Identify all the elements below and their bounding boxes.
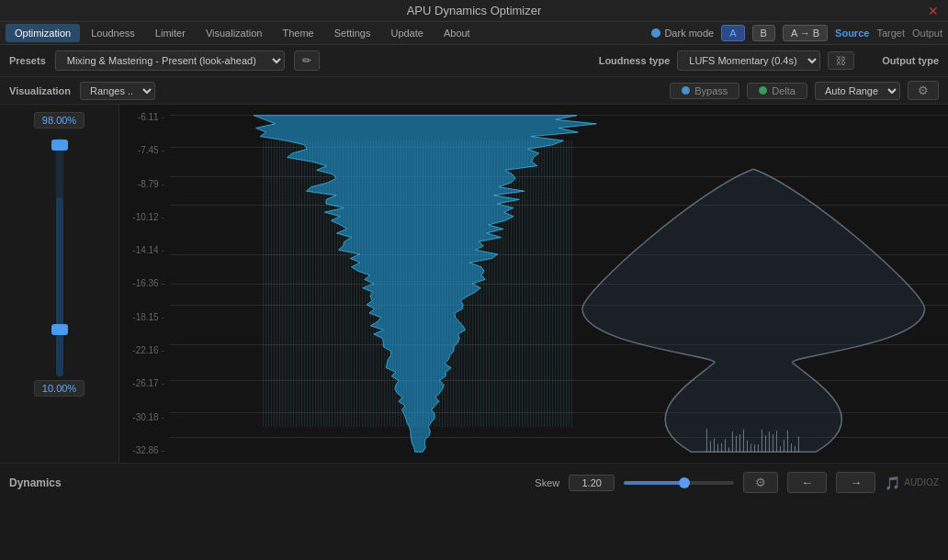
output-section: Output type	[882, 55, 939, 66]
delta-button[interactable]: Delta	[747, 83, 807, 99]
output-type-section: Bypass Delta Auto Range ⚙	[670, 81, 939, 100]
y-label-8: -26.17 -	[119, 378, 170, 388]
tab-loudness[interactable]: Loudness	[82, 24, 144, 42]
y-label-2: -8.79 -	[119, 179, 170, 189]
y-label-6: -18.15 -	[119, 312, 170, 322]
close-button[interactable]: ✕	[928, 4, 939, 18]
output-btn[interactable]: Output	[912, 28, 942, 39]
bottom-slider-thumb[interactable]	[51, 324, 68, 335]
app-title: APU Dynamics Optimizer	[407, 4, 542, 17]
y-label-3: -10.12 -	[119, 212, 170, 222]
dynamics-label: Dynamics	[9, 476, 73, 489]
btn-b[interactable]: B	[752, 25, 775, 41]
bypass-button[interactable]: Bypass	[670, 83, 739, 99]
y-label-7: -22.16 -	[119, 345, 170, 355]
y-value-7: -22.16	[132, 345, 158, 355]
y-value-6: -18.15	[132, 312, 158, 322]
right-arrow-button[interactable]: →	[836, 472, 875, 493]
main-viz: 98.00% 10.00% -6.11 - -7.45 - -8.79 - -1	[0, 105, 948, 463]
tab-optimization[interactable]: Optimization	[6, 24, 80, 42]
bottom-percentage: 10.00%	[34, 380, 85, 397]
slider-panel: 98.00% 10.00%	[0, 105, 119, 463]
viz-header: Visualization Ranges .. Bypass Delta Aut…	[0, 77, 948, 105]
source-btn[interactable]: Source	[835, 28, 869, 39]
y-value-4: -14.14	[132, 245, 158, 255]
btn-ab[interactable]: A → B	[783, 25, 828, 41]
dark-mode-label: Dark mode	[664, 28, 714, 39]
dynamics-bar: Dynamics Skew 1.20 ⚙ ← → 🎵 AUDIOZ	[0, 463, 948, 501]
loudness-section: Loudness type LUFS Momentary (0.4s) ⛓	[599, 50, 855, 71]
target-btn[interactable]: Target	[876, 28, 905, 39]
y-value-5: -16.36	[132, 278, 158, 288]
chart-area: -6.11 - -7.45 - -8.79 - -10.12 - -14.14 …	[119, 105, 948, 463]
skew-thumb[interactable]	[679, 477, 690, 488]
nav-right: Dark mode A B A → B Source Target Output	[651, 25, 942, 41]
y-label-9: -30.18 -	[119, 412, 170, 422]
preset-select[interactable]: Mixing & Mastering - Present (look-ahead…	[55, 50, 285, 71]
skew-label: Skew	[535, 477, 559, 488]
btn-a[interactable]: A	[721, 25, 744, 41]
viz-settings-button[interactable]: ⚙	[908, 81, 939, 100]
slider-track[interactable]	[56, 138, 63, 376]
dark-mode-dot	[651, 28, 660, 38]
dynamics-settings-button[interactable]: ⚙	[743, 472, 778, 493]
y-value-2: -8.79	[138, 179, 159, 189]
tab-about[interactable]: About	[434, 24, 480, 42]
nav-tabs: Optimization Loudness Limiter Visualizat…	[0, 22, 948, 45]
link-icon: ⛓	[836, 55, 846, 66]
bypass-radio	[682, 86, 690, 95]
top-slider-thumb[interactable]	[51, 140, 68, 151]
skew-fill	[624, 481, 684, 485]
y-value-3: -10.12	[132, 212, 158, 222]
audioz-watermark: 🎵 AUDIOZ	[885, 476, 939, 490]
y-value-0: -6.11	[138, 112, 159, 122]
y-value-8: -26.17	[132, 378, 158, 388]
link-button[interactable]: ⛓	[828, 51, 854, 70]
presets-label: Presets	[9, 55, 46, 66]
output-type-label: Output type	[882, 55, 939, 66]
tab-update[interactable]: Update	[381, 24, 432, 42]
audio-icon: 🎵	[885, 476, 900, 490]
left-arrow-button[interactable]: ←	[787, 472, 827, 493]
y-label-5: -16.36 -	[119, 278, 170, 288]
skew-slider[interactable]	[624, 481, 734, 485]
watermark-text: AUDIOZ	[904, 477, 939, 487]
loudness-label: Loudness type	[599, 55, 671, 66]
y-label-4: -14.14 -	[119, 245, 170, 255]
tab-settings[interactable]: Settings	[325, 24, 380, 42]
y-axis-labels: -6.11 - -7.45 - -8.79 - -10.12 - -14.14 …	[119, 105, 170, 463]
edit-preset-button[interactable]: ✏	[294, 50, 320, 71]
top-percentage: 98.00%	[34, 112, 85, 129]
y-label-1: -7.45 -	[119, 145, 170, 155]
auto-range-select[interactable]: Auto Range	[815, 82, 900, 100]
presets-row: Presets Mixing & Mastering - Present (lo…	[0, 45, 948, 77]
visualization-canvas	[170, 105, 948, 463]
y-value-1: -7.45	[138, 145, 159, 155]
loudness-select[interactable]: LUFS Momentary (0.4s)	[677, 50, 820, 71]
visualization-label: Visualization	[9, 85, 71, 96]
title-bar: APU Dynamics Optimizer ✕	[0, 0, 948, 22]
delta-label: Delta	[772, 85, 796, 96]
y-value-9: -30.18	[132, 412, 158, 422]
y-value-10: -32.86	[132, 445, 158, 455]
ranges-select[interactable]: Ranges ..	[80, 82, 155, 100]
dark-mode-toggle[interactable]: Dark mode	[651, 28, 714, 39]
tab-theme[interactable]: Theme	[273, 24, 322, 42]
tab-limiter[interactable]: Limiter	[146, 24, 195, 42]
y-label-0: -6.11 -	[119, 112, 170, 122]
delta-radio	[759, 86, 767, 95]
y-label-10: -32.86 -	[119, 445, 170, 455]
tab-visualization[interactable]: Visualization	[197, 24, 272, 42]
skew-value[interactable]: 1.20	[569, 475, 615, 491]
slider-fill	[56, 197, 63, 376]
bypass-label: Bypass	[694, 85, 728, 96]
